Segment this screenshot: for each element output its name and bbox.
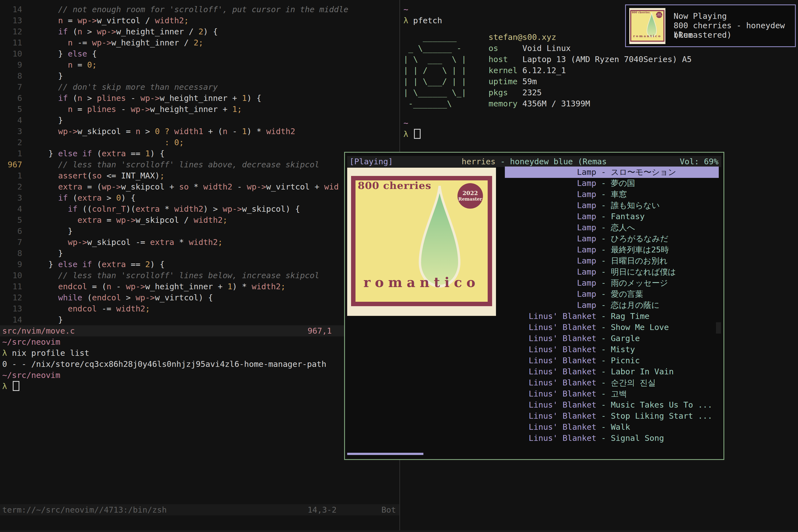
playlist-row[interactable]: Lamp - 愛の言葉 [345,288,723,300]
terminal-cursor [13,381,19,391]
now-playing-notification[interactable]: 800 cherries2022Remasterromantico Now Pl… [625,4,796,47]
line-number: 1 [0,148,22,159]
playlist-row[interactable]: Linus' Blanket - Signal Song [345,433,723,443]
shell-cwd: ~ [403,4,408,15]
code-line: 5 n = plines - wp->w_height_inner + 1; [0,103,348,115]
playlist-title: - 誰も知らない [596,200,660,211]
playlist-row[interactable]: Lamp - 誰も知らない [345,200,723,211]
code-text: } else if (extra == 1) { [29,148,165,159]
playlist-row[interactable]: Linus' Blanket - Picnic [345,355,723,366]
playlist-row[interactable]: Lamp - 最終列車は25時 [345,244,723,255]
code-line: 6 } [0,226,348,236]
line-number: 14 [0,4,22,15]
code-line: 8 } [0,248,348,259]
notification-title: Now Playing [673,11,727,21]
line-number: 4 [0,115,22,126]
playlist-artist: Lamp [529,211,596,222]
shell-line: 0 - - /nix/store/cq3cx86h28j0y46ls0nhjzj… [2,359,326,369]
line-number: 9 [0,59,22,70]
term-buffer-ruler: 14,3-2 [307,504,337,515]
album-thumbnail: 800 cherries2022Remasterromantico [629,8,666,44]
line-number: 967 [0,159,22,170]
code-text: if ((colnr_T)(extra * width2) > wp->w_sk… [29,203,300,214]
code-line: 5 extra = wp->w_skipcol / width2; [0,214,348,226]
code-text: endcol = (n - wp->w_height_inner + 1) * … [29,281,285,292]
playlist: Lamp - スロ〜モ〜ションLamp - 夢の国Lamp - 車窓Lamp -… [345,153,723,459]
code-line: 1 } else if (extra == 1) { [0,148,348,159]
badge-label: Remaster [656,15,662,16]
playlist-title: - 夢の国 [596,177,635,189]
line-number: 9 [0,259,22,270]
code-line: 4 } [0,115,348,126]
playlist-row[interactable]: Lamp - スロ〜モ〜ション [345,167,723,177]
code-line: 10 } else { [0,48,348,59]
code-text: } else if (extra == 2) { [29,259,165,270]
playlist-row[interactable]: Linus' Blanket - Music Takes Us To ... [345,399,723,410]
music-player-window[interactable]: [Playing] herries - honeydew blue (Remas… [344,152,724,460]
playlist-row[interactable]: Linus' Blanket - Stop Liking Start ... [345,410,723,421]
playlist-row[interactable]: Linus' Blanket - Walk [345,421,723,433]
playlist-row[interactable]: Linus' Blanket - Gargle [345,333,723,344]
playlist-artist: Linus' Blanket [529,333,596,344]
playlist-row[interactable]: Linus' Blanket - Rag Time [345,310,723,322]
playlist-artist: Linus' Blanket [529,310,596,322]
line-number: 3 [0,126,22,137]
code-text: n = 0; [29,59,97,70]
playlist-row[interactable]: Lamp - 恋は月の蔭に [345,300,723,310]
line-number: 10 [0,48,22,59]
progress-bar[interactable] [347,453,423,455]
shell-prompt: λ pfetch [403,15,442,26]
code-text: // less than 'scrolloff' lines above, de… [29,159,320,170]
playlist-title: - Show Me Love [596,322,669,333]
code-line: 9 n = 0; [0,59,348,70]
playlist-title: - 恋は月の蔭に [596,300,660,310]
lambda-prompt-icon: λ [403,16,408,25]
playlist-row[interactable]: Lamp - 雨のメッセージ [345,277,723,288]
line-number: 1 [0,170,22,181]
terminal-cursor [414,129,421,139]
code-line: 12 if (n > wp->w_height_inner / 2) { [0,26,348,37]
playlist-row[interactable]: Lamp - 恋人へ [345,222,723,233]
playlist-title: - 明日になれば僕は [596,266,676,277]
code-line: 3 if (extra > 0) { [0,192,348,203]
pfetch-row: host Laptop 13 (AMD Ryzen 7040Series) A5 [489,54,691,65]
playlist-title: - Misty [596,344,635,355]
line-number: 8 [0,248,22,259]
code-line: 7 // don't skip more than necessary [0,81,348,93]
embedded-shell-output: ~/src/neovimλ nix profile list0 - - /nix… [2,336,326,392]
playlist-row[interactable]: Linus' Blanket - 고백 [345,388,723,399]
code-text: n = wp->w_virtcol / width2; [29,15,189,26]
code-text: if (n > wp->w_height_inner / 2) { [29,26,218,37]
line-number: 4 [0,203,22,214]
code-line: 2 : 0; [0,137,348,148]
playlist-row[interactable]: Lamp - 明日になれば僕は [345,266,723,277]
shell-line: ~/src/neovim [2,369,326,381]
nvim-terminal-pane[interactable]: 14 // not enough room for 'scrolloff', p… [0,0,399,532]
remaster-badge: 2022Remaster [656,12,662,18]
playlist-row[interactable]: Lamp - Fantasy [345,211,723,222]
line-number: 10 [0,270,22,281]
playlist-title: - 雨のメッセージ [596,277,668,288]
playlist-artist: Lamp [529,233,596,244]
playlist-row[interactable]: Lamp - 夢の国 [345,177,723,189]
code-text: // less than 'scrolloff' lines below, in… [29,270,320,281]
term-buffer-position: Bot [382,504,396,515]
playlist-row[interactable]: Linus' Blanket - Labor In Vain [345,366,723,377]
playlist-row[interactable]: Linus' Blanket - Misty [345,344,723,355]
code-line: 3 wp->w_skipcol = n > 0 ? width1 + (n - … [0,126,348,137]
shell-line: λ [2,381,326,392]
playlist-title: - Walk [596,421,630,433]
album-title-text: romantico [631,34,663,38]
playlist-row[interactable]: Linus' Blanket - Show Me Love [345,322,723,333]
playlist-row[interactable]: Linus' Blanket - 순간의 진실 [345,377,723,388]
line-number: 2 [0,137,22,148]
shell-line: ~/src/neovim [2,336,326,347]
playlist-row[interactable]: Lamp - ひろがるなみだ [345,233,723,244]
line-number: 3 [0,192,22,203]
code-line: 4 if ((colnr_T)(extra * width2) > wp->w_… [0,203,348,214]
playlist-row[interactable]: Lamp - 車窓 [345,189,723,200]
playlist-title: - 最終列車は25時 [596,244,669,255]
line-number: 14 [0,314,22,325]
playlist-row[interactable]: Lamp - 日曜日のお別れ [345,255,723,266]
playlist-scrollbar[interactable] [716,322,721,334]
